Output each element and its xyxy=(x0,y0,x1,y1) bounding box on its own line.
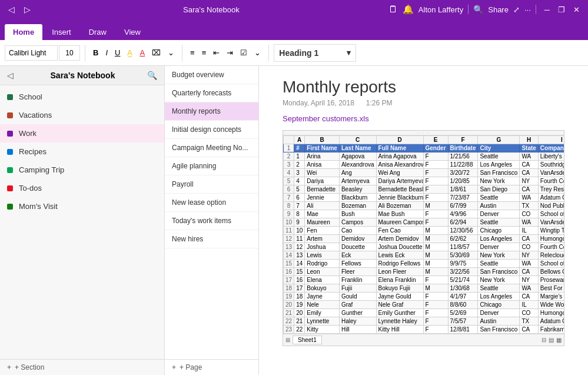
sidebar-item-school[interactable]: School xyxy=(0,88,164,106)
table-cell[interactable]: Doucette xyxy=(339,243,376,251)
italic-button[interactable]: I xyxy=(102,45,111,61)
table-cell[interactable]: 8/8/60 xyxy=(448,301,478,309)
table-cell[interactable]: New York xyxy=(478,276,520,284)
page-item-payroll[interactable]: Payroll xyxy=(165,175,258,194)
table-cell[interactable]: Beasley xyxy=(339,185,376,194)
table-cell[interactable]: Arina xyxy=(305,152,340,161)
attachment-link[interactable]: September customers.xls xyxy=(283,114,564,123)
table-cell[interactable]: 3/22/56 xyxy=(448,268,478,276)
table-cell[interactable]: Cao xyxy=(339,227,376,235)
table-cell[interactable]: M xyxy=(423,284,448,293)
table-cell[interactable]: F xyxy=(423,194,448,202)
table-cell[interactable]: NY xyxy=(520,251,538,260)
table-cell[interactable]: Seattle xyxy=(478,152,520,161)
table-cell[interactable]: TX xyxy=(520,202,538,210)
table-cell[interactable]: 16 xyxy=(294,276,305,284)
table-cell[interactable]: Denver xyxy=(478,243,520,251)
table-cell[interactable]: Birthdate xyxy=(448,144,478,152)
table-cell[interactable]: Fourth Coffee xyxy=(538,177,564,185)
table-cell[interactable]: M xyxy=(423,260,448,268)
table-cell[interactable]: M xyxy=(423,202,448,210)
table-cell[interactable]: 7/23/87 xyxy=(448,194,478,202)
table-cell[interactable]: Maureen Campos xyxy=(376,218,423,227)
table-cell[interactable]: San Diego xyxy=(478,185,520,194)
table-cell[interactable]: Emily xyxy=(305,309,340,317)
table-cell[interactable]: CA xyxy=(520,169,538,177)
table-cell[interactable]: Wide World Importers xyxy=(538,301,564,309)
font-size-input[interactable] xyxy=(59,45,80,61)
table-cell[interactable]: F xyxy=(423,161,448,169)
table-cell[interactable]: Full Name xyxy=(376,144,423,152)
table-cell[interactable]: F xyxy=(423,152,448,161)
table-cell[interactable]: Fellows xyxy=(339,260,376,268)
sidebar-item-vacations[interactable]: Vacations xyxy=(0,106,164,124)
table-cell[interactable]: Emily Gunther xyxy=(376,309,423,317)
page-item-agile[interactable]: Agile planning xyxy=(165,157,258,175)
table-cell[interactable]: Denver xyxy=(478,309,520,317)
table-cell[interactable]: 20 xyxy=(294,309,305,317)
table-cell[interactable]: Elena xyxy=(305,276,340,284)
table-cell[interactable]: IL xyxy=(520,227,538,235)
table-cell[interactable]: F xyxy=(423,276,448,284)
table-cell[interactable]: Bellows College xyxy=(538,268,564,276)
table-cell[interactable]: Ang xyxy=(339,169,376,177)
table-cell[interactable]: Chicago xyxy=(478,227,520,235)
table-cell[interactable]: # xyxy=(294,144,305,152)
tab-view[interactable]: View xyxy=(116,24,149,40)
table-cell[interactable]: 5 xyxy=(294,185,305,194)
table-cell[interactable]: M xyxy=(423,243,448,251)
page-item-quarterly[interactable]: Quarterly forecasts xyxy=(165,84,258,102)
page-item-budget[interactable]: Budget overview xyxy=(165,66,258,84)
table-cell[interactable]: Artem xyxy=(305,235,340,243)
table-cell[interactable]: WA xyxy=(520,194,538,202)
table-cell[interactable]: Mae xyxy=(305,210,340,218)
table-cell[interactable]: Maureen xyxy=(305,218,340,227)
table-cell[interactable]: Franklin xyxy=(339,276,376,284)
table-cell[interactable]: 5/21/74 xyxy=(448,276,478,284)
table-cell[interactable]: Haley xyxy=(339,317,376,326)
table-cell[interactable]: 6 xyxy=(294,194,305,202)
table-cell[interactable]: 17 xyxy=(294,284,305,293)
table-cell[interactable]: CO xyxy=(520,309,538,317)
table-cell[interactable]: CA xyxy=(520,268,538,276)
checkbox-button[interactable]: ☑ xyxy=(237,45,250,61)
table-cell[interactable]: Elena Franklin xyxy=(376,276,423,284)
table-cell[interactable]: Kitty Hill xyxy=(376,326,423,334)
table-cell[interactable]: Mae Bush xyxy=(376,210,423,218)
table-cell[interactable]: 9/9/75 xyxy=(448,260,478,268)
table-cell[interactable]: 3 xyxy=(294,169,305,177)
forward-button[interactable]: ▷ xyxy=(21,4,34,15)
table-cell[interactable]: Los Angeles xyxy=(478,235,520,243)
table-cell[interactable]: Joshua xyxy=(305,243,340,251)
add-page-button[interactable]: + + Page xyxy=(165,359,258,375)
table-cell[interactable]: Demidov xyxy=(339,235,376,243)
page-item-campaign[interactable]: Campaign Meeting No... xyxy=(165,139,258,157)
table-cell[interactable]: Ali xyxy=(305,202,340,210)
table-cell[interactable]: San Francisco xyxy=(478,268,520,276)
sidebar-search-button[interactable]: 🔍 xyxy=(147,71,157,80)
table-cell[interactable]: New York xyxy=(478,251,520,260)
table-cell[interactable]: 12/8/81 xyxy=(448,326,478,334)
table-cell[interactable]: TX xyxy=(520,317,538,326)
restore-button[interactable]: ❐ xyxy=(554,4,569,15)
search-icon[interactable]: 🔍 xyxy=(473,5,483,14)
sheet1-tab[interactable]: Sheet1 xyxy=(293,336,322,344)
table-cell[interactable]: M xyxy=(423,235,448,243)
sidebar-item-todos[interactable]: To-dos xyxy=(0,179,164,197)
table-cell[interactable]: Bokuyo Fujii xyxy=(376,284,423,293)
table-cell[interactable]: 1 xyxy=(294,152,305,161)
table-cell[interactable]: New York xyxy=(478,177,520,185)
table-cell[interactable]: F xyxy=(423,293,448,301)
table-cell[interactable]: 6/2/94 xyxy=(448,218,478,227)
table-cell[interactable]: 12 xyxy=(294,243,305,251)
table-cell[interactable]: F xyxy=(423,177,448,185)
back-button[interactable]: ◁ xyxy=(5,4,18,15)
table-cell[interactable]: Seattle xyxy=(478,194,520,202)
table-cell[interactable]: Agapova xyxy=(339,152,376,161)
table-cell[interactable]: 5/2/69 xyxy=(448,309,478,317)
tab-insert[interactable]: Insert xyxy=(44,24,79,40)
table-cell[interactable]: Humongous Insurance xyxy=(538,235,564,243)
table-cell[interactable]: NY xyxy=(520,276,538,284)
table-cell[interactable]: Bernadette xyxy=(305,185,340,194)
page-item-initial[interactable]: Initial design concepts xyxy=(165,121,258,139)
